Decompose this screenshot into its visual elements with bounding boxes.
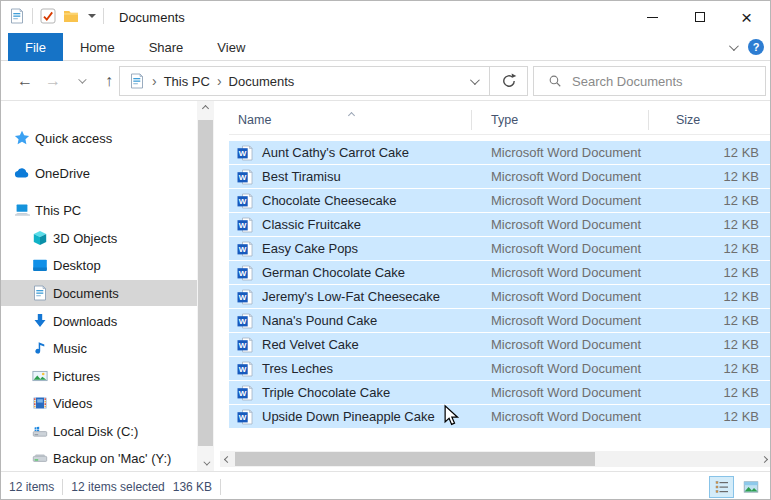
scroll-right-button[interactable] (757, 451, 771, 467)
sidebar-item-music[interactable]: Music (1, 335, 197, 361)
desktop-icon (32, 257, 48, 273)
scrollbar-thumb[interactable] (198, 120, 213, 446)
column-divider[interactable] (471, 110, 472, 130)
sidebar-item-downloads[interactable]: Downloads (1, 308, 197, 334)
tab-share[interactable]: Share (132, 33, 201, 61)
file-type: Microsoft Word Document (471, 289, 648, 304)
recent-locations-button[interactable] (67, 67, 95, 95)
sidebar-item-this-pc[interactable]: This PC (1, 197, 197, 223)
file-row[interactable]: Easy Cake Pops Microsoft Word Document 1… (229, 237, 771, 260)
scroll-up-button[interactable] (197, 101, 214, 116)
horizontal-scrollbar[interactable] (220, 451, 771, 467)
properties-checkbox-icon[interactable] (40, 8, 56, 24)
file-name: Jeremy's Low-Fat Cheesecake (262, 289, 440, 304)
thumbnails-view-icon (743, 479, 759, 495)
sidebar-item-label: Quick access (35, 131, 112, 146)
customize-toolbar-caret-icon[interactable] (88, 14, 96, 18)
search-input[interactable] (572, 74, 752, 89)
file-row[interactable]: Aunt Cathy's Carrot Cake Microsoft Word … (229, 141, 771, 164)
maximize-icon (695, 12, 705, 22)
sidebar-item-onedrive[interactable]: OneDrive (1, 160, 197, 186)
large-icons-view-button[interactable] (738, 476, 763, 498)
file-type: Microsoft Word Document (471, 361, 648, 376)
column-header-size[interactable]: Size (648, 113, 771, 127)
sidebar-scrollbar[interactable] (197, 101, 214, 471)
new-folder-icon[interactable] (63, 8, 79, 24)
column-header-type[interactable]: Type (471, 113, 648, 127)
file-type: Microsoft Word Document (471, 241, 648, 256)
music-note-icon (32, 340, 48, 356)
forward-button[interactable]: → (39, 67, 67, 95)
file-row[interactable]: German Chocolate Cake Microsoft Word Doc… (229, 261, 771, 284)
tab-view[interactable]: View (200, 33, 262, 61)
sidebar-item-pictures[interactable]: Pictures (1, 363, 197, 389)
file-row[interactable]: Red Velvet Cake Microsoft Word Document … (229, 333, 771, 356)
computer-icon (14, 202, 30, 218)
mouse-cursor (444, 404, 460, 428)
word-document-icon (237, 217, 253, 233)
refresh-button[interactable] (490, 67, 527, 95)
file-name: Red Velvet Cake (262, 337, 359, 352)
details-view-button[interactable] (709, 476, 734, 498)
file-explorer-window: Documents × File Home Share View ? ← → ↑ (0, 0, 771, 500)
breadcrumb-documents[interactable]: Documents (229, 74, 295, 89)
tab-home[interactable]: Home (63, 33, 132, 61)
title-bar: Documents × (1, 1, 770, 33)
file-row[interactable]: Upside Down Pineapple Cake Microsoft Wor… (229, 405, 771, 428)
file-name: Triple Chocolate Cake (262, 385, 390, 400)
file-size: 12 KB (648, 337, 771, 352)
file-size: 12 KB (648, 361, 771, 376)
windows-drive-icon (32, 423, 48, 439)
sidebar-item-label: Music (53, 341, 87, 356)
breadcrumb-this-pc[interactable]: This PC (164, 74, 210, 89)
address-dropdown-icon[interactable] (470, 75, 480, 85)
item-count: 12 items (1, 480, 62, 494)
scrollbar-thumb[interactable] (235, 452, 595, 466)
file-size: 12 KB (648, 241, 771, 256)
sidebar-item-documents[interactable]: Documents (1, 280, 197, 306)
sidebar-item-local-disk-c[interactable]: Local Disk (C:) (1, 418, 197, 444)
sidebar-item-label: OneDrive (35, 166, 90, 181)
sidebar-item-videos[interactable]: Videos (1, 390, 197, 416)
search-box[interactable] (533, 66, 766, 96)
file-name: Aunt Cathy's Carrot Cake (262, 145, 409, 160)
back-button[interactable]: ← (11, 67, 39, 95)
scroll-left-button[interactable] (220, 451, 235, 467)
help-icon[interactable]: ? (748, 39, 764, 55)
file-row[interactable]: Classic Fruitcake Microsoft Word Documen… (229, 213, 771, 236)
file-row[interactable]: Nana's Pound Cake Microsoft Word Documen… (229, 309, 771, 332)
file-row[interactable]: Triple Chocolate Cake Microsoft Word Doc… (229, 381, 771, 404)
file-row[interactable]: Jeremy's Low-Fat Cheesecake Microsoft Wo… (229, 285, 771, 308)
file-row[interactable]: Tres Leches Microsoft Word Document 12 K… (229, 357, 771, 380)
minimize-button[interactable] (629, 1, 676, 33)
sidebar-item-3d-objects[interactable]: 3D Objects (1, 225, 197, 251)
document-icon (32, 285, 48, 301)
column-divider[interactable] (648, 110, 649, 130)
sidebar-item-backup-mac-y[interactable]: Backup on 'Mac' (Y:) (1, 445, 197, 471)
breadcrumb-separator: › (210, 73, 229, 89)
sidebar-item-label: Pictures (53, 369, 100, 384)
sidebar-item-label: Local Disk (C:) (53, 424, 138, 439)
address-bar[interactable]: › This PC › Documents (119, 66, 528, 96)
sidebar-item-quick-access[interactable]: Quick access (1, 125, 197, 151)
search-icon (548, 74, 562, 88)
file-row[interactable]: Chocolate Cheesecake Microsoft Word Docu… (229, 189, 771, 212)
main-content: Quick access OneDrive This PC 3D Objects… (1, 101, 770, 471)
sidebar-item-label: Documents (53, 286, 119, 301)
chevron-right-icon (761, 455, 768, 462)
close-button[interactable]: × (723, 1, 770, 33)
sidebar-item-desktop[interactable]: Desktop (1, 252, 197, 278)
quick-access-toolbar (9, 8, 104, 24)
sidebar-item-label: This PC (35, 203, 81, 218)
file-name: Tres Leches (262, 361, 333, 376)
collapse-ribbon-icon[interactable] (729, 41, 739, 51)
file-row[interactable]: Best Tiramisu Microsoft Word Document 12… (229, 165, 771, 188)
download-arrow-icon (32, 313, 48, 329)
maximize-button[interactable] (676, 1, 723, 33)
scroll-down-button[interactable] (197, 456, 214, 471)
file-type: Microsoft Word Document (471, 265, 648, 280)
tab-file[interactable]: File (8, 33, 63, 61)
divider (220, 479, 221, 495)
word-document-icon (237, 145, 253, 161)
sidebar-item-label: Videos (53, 396, 93, 411)
